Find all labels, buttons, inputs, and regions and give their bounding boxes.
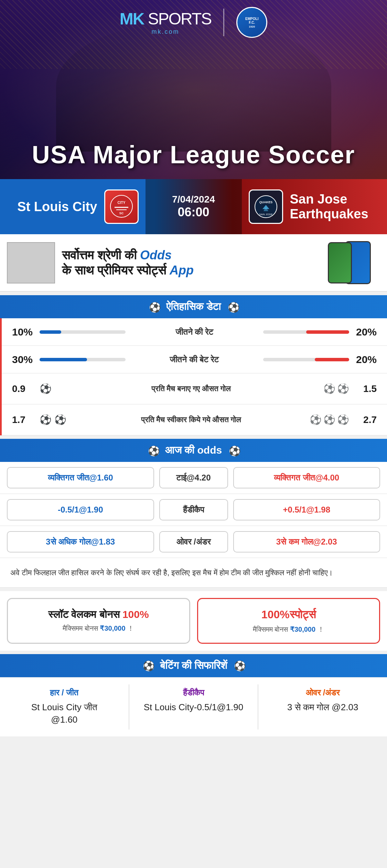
ball-c1: ⚽ [40,414,52,425]
rec-ball-right: ⚽ [234,660,244,671]
goal-label-scored: प्रति मैच बनाए गए औसत गोल [74,384,308,393]
stat-bar-left-win-rate [40,330,126,334]
match-date: 7/04/2024 [172,194,215,205]
goal-label-conceded: प्रति मैच स्वीकार किये गये औसत गोल [74,415,308,424]
stat-left-bet-rate: 30% [12,354,40,365]
rec-ball-left: ⚽ [143,660,153,671]
bonus-section: स्लॉट वेलकम बोनस 100% मैक्सिमम बोनस ₹30,… [0,591,387,651]
stat-row-avg-goals-conceded: 1.7 ⚽ ⚽ प्रति मैच स्वीकार किये गये औसत ग… [2,404,387,435]
odds-away-win[interactable]: व्यक्तिगत जीत@4.00 [233,467,380,488]
ball-right-2: ⚽ [337,383,349,394]
historical-section-title: ऐतिहासिक डेटा [166,301,221,313]
ball-1: ⚽ [40,383,52,394]
odds-section-header: ⚽ आज की odds ⚽ [0,439,387,462]
goal-val-scored-left: 0.9 [12,383,40,394]
stat-bar-right-bet-rate [263,358,349,361]
spacer-2 [0,435,387,439]
rec-win-loss: हार / जीत St Louis City जीत @1.60 [7,684,122,730]
stat-right-win-rate: 20% [349,326,377,338]
stat-fill-right-win [306,330,349,334]
odds-section-title: आज की odds [165,444,222,456]
stat-row-bet-rate: 30% जीतने की बेट रेट 20% [2,346,387,373]
match-time: 06:00 [178,205,209,219]
goal-val-scored-right: 1.5 [349,383,377,394]
away-team-logo: QUAKES SAN JOSE [249,189,283,224]
bonus-card-slots[interactable]: स्लॉट वेलकम बोनस 100% मैक्सिमम बोनस ₹30,… [7,598,190,644]
odds-handicap-label: हैंडीकैप [159,499,228,520]
bonus-slots-subtitle: मैक्सिमम बोनस ₹30,000 ！ [15,624,182,633]
ball-right-1: ⚽ [323,383,335,394]
away-team-section: QUAKES SAN JOSE San Jose Earthquakes [242,189,387,224]
stat-fill-left-bet [40,358,87,361]
rec-title-3: ओवर /अंडर [269,688,377,698]
goal-balls-scored-left: ⚽ [40,383,74,394]
svg-text:CITY: CITY [117,201,125,205]
odds-row-1: व्यक्तिगत जीत@1.60 टाई@4.20 व्यक्तिगत जी… [0,462,387,494]
odds-section: व्यक्तिगत जीत@1.60 टाई@4.20 व्यक्तिगत जी… [0,462,387,558]
goal-balls-conceded-right: ⚽ ⚽ ⚽ [308,414,349,425]
stat-row-avg-goals-scored: 0.9 ⚽ प्रति मैच बनाए गए औसत गोल ⚽ ⚽ 1.5 [2,373,387,404]
bonus-slots-title: स्लॉट वेलकम बोनस 100% [15,608,182,621]
spacer-3 [0,588,387,591]
hero-title: USA Major League Soccer [0,141,387,169]
odds-under[interactable]: 3से कम गोल@2.03 [233,531,380,552]
rec-divider-1 [129,684,129,730]
odds-over[interactable]: 3से अधिक गोल@1.83 [7,531,154,552]
odds-handicap-home[interactable]: -0.5/1@1.90 [7,499,154,520]
rec-value-1: St Louis City जीत @1.60 [10,701,118,726]
ball-cr1: ⚽ [310,414,322,425]
stats-section: 10% जीतने की रेट 20% 30% जीतने की बेट रे… [0,318,387,435]
player-silhouette [56,21,331,152]
historical-section-header: ⚽ ऐतिहासिक डेटा ⚽ [0,295,387,318]
odds-row-2: -0.5/1@1.90 हैंडीकैप +0.5/1@1.98 [0,494,387,526]
stat-bar-left-bet-rate [40,358,126,361]
rec-section-header: ⚽ बेटिंग की सिफारिशें ⚽ [0,654,387,677]
rec-title-2: हैंडीकैप [140,688,248,698]
rec-row: हार / जीत St Louis City जीत @1.60 हैंडीक… [0,677,387,736]
svg-text:QUAKES: QUAKES [259,200,272,204]
odds-ball-right: ⚽ [229,445,239,456]
stat-row-win-rate: 10% जीतने की रेट 20% [2,318,387,346]
home-team-name: St Louis City [17,199,97,214]
goal-val-conceded-left: 1.7 [12,414,40,425]
ball-icon-left: ⚽ [149,302,159,312]
bonus-sports-subtitle: मैक्सिमम बोनस ₹30,000 ！ [205,625,373,634]
bonus-sports-title: 100%स्पोर्ट्स [205,608,373,622]
promo-app-mockup [318,241,380,284]
promo-main-text: सर्वोत्तम श्रेणी की Odds के साथ प्रीमियर… [62,248,311,277]
promo-banner[interactable]: सर्वोत्तम श्रेणी की Odds के साथ प्रीमियर… [0,234,387,292]
stat-fill-right-bet [315,358,349,361]
svg-text:SAN JOSE: SAN JOSE [259,213,273,216]
home-logo-text: CITY SC [109,194,133,219]
odds-ball-left: ⚽ [148,445,158,456]
away-team-name: San Jose Earthquakes [290,192,368,221]
rec-value-2: St Louis City-0.5/1@1.90 [140,701,248,713]
spacer-1 [0,292,387,295]
stat-label-win-rate: जीतने की रेट [132,327,256,337]
ball-cr3: ⚽ [337,414,349,425]
odds-tie[interactable]: टाई@4.20 [159,467,228,488]
odds-row-3: 3से अधिक गोल@1.83 ओवर /अंडर 3से कम गोल@2… [0,526,387,558]
match-center: 7/04/2024 06:00 [146,179,242,234]
rec-section-title: बेटिंग की सिफारिशें [160,660,227,672]
stat-left-win-rate: 10% [12,326,40,338]
odds-overunder-label: ओवर /अंडर [159,531,228,552]
bonus-card-sports[interactable]: 100%स्पोर्ट्स मैक्सिमम बोनस ₹30,000 ！ [197,598,380,644]
goal-balls-conceded-left: ⚽ ⚽ [40,414,74,425]
home-team-logo: CITY SC [104,189,139,224]
ball-c2: ⚽ [54,414,66,425]
info-text: अवे टीम फिलहाल जीत हासिल करने के लिए संघ… [0,558,387,588]
rec-handicap: हैंडीकैप St Louis City-0.5/1@1.90 [136,684,251,730]
goal-balls-scored-right: ⚽ ⚽ [308,383,349,394]
odds-home-win[interactable]: व्यक्तिगत जीत@1.60 [7,467,154,488]
ball-icon-right: ⚽ [228,302,238,312]
match-bar: St Louis City CITY SC 7/04/2024 06:00 QU… [0,179,387,234]
hero-title-area: USA Major League Soccer [0,141,387,169]
promo-text-area: सर्वोत्तम श्रेणी की Odds के साथ प्रीमियर… [62,248,311,277]
odds-handicap-away[interactable]: +0.5/1@1.98 [233,499,380,520]
ball-cr2: ⚽ [323,414,335,425]
stat-label-bet-rate: जीतने की बेट रेट [132,355,256,364]
rec-value-3: 3 से कम गोल @2.03 [269,701,377,713]
stat-fill-left-win [40,330,61,334]
hero-banner: MK SPORTS mk.com EMPOLIF.C.1920 USA Majo… [0,0,387,179]
